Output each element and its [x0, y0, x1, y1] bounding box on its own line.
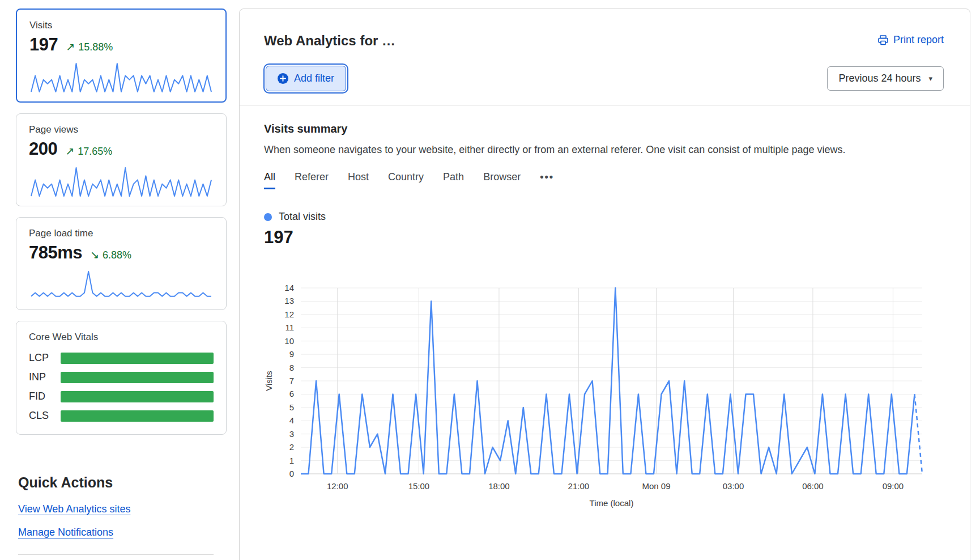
vitals-bar [61, 353, 214, 364]
sparkline-chart [29, 269, 214, 302]
svg-text:10: 10 [284, 336, 294, 346]
visits-summary-description: When someone navigates to your website, … [264, 144, 944, 156]
time-range-dropdown[interactable]: Previous 24 hours ▾ [827, 66, 944, 91]
vitals-metric-label: CLS [29, 410, 61, 422]
metric-delta-value: 17.65% [78, 146, 112, 158]
tab-browser[interactable]: Browser [483, 171, 521, 188]
svg-text:Mon 09: Mon 09 [642, 481, 670, 491]
tab-host[interactable]: Host [348, 171, 369, 188]
metrics-sidebar: Visits 197 ↗ 15.88% Page views 200 ↗ 17.… [16, 9, 227, 555]
chevron-down-icon: ▾ [928, 74, 932, 83]
svg-text:15:00: 15:00 [408, 481, 430, 491]
sparkline-chart [29, 165, 214, 198]
tab-all[interactable]: All [264, 171, 275, 189]
metric-label: Visits [29, 20, 213, 31]
svg-text:0: 0 [289, 469, 294, 478]
total-visits-value: 197 [264, 227, 944, 248]
visits-line-chart: 0123456789101112131412:0015:0018:0021:00… [264, 262, 924, 529]
svg-text:1: 1 [289, 456, 294, 465]
core-web-vitals-card[interactable]: Core Web Vitals LCP INP FID CLS [16, 321, 227, 435]
svg-text:8: 8 [289, 363, 294, 372]
svg-text:09:00: 09:00 [883, 481, 904, 491]
quick-actions-title: Quick Actions [18, 474, 227, 491]
tab-country[interactable]: Country [388, 171, 424, 188]
vitals-row-inp: INP [29, 371, 214, 383]
metric-delta-value: 6.88% [103, 249, 131, 261]
print-report-label: Print report [893, 34, 944, 46]
vitals-bar [61, 391, 214, 402]
manage-notifications-link[interactable]: Manage Notifications [18, 527, 113, 538]
svg-text:2: 2 [289, 442, 294, 452]
svg-text:11: 11 [285, 323, 294, 332]
vitals-bar [61, 410, 214, 422]
svg-text:5: 5 [289, 402, 294, 412]
svg-text:18:00: 18:00 [488, 481, 510, 491]
quick-actions-section: Quick Actions View Web Analytics sites M… [16, 474, 227, 555]
divider [240, 105, 970, 105]
tab-referer[interactable]: Referer [295, 171, 329, 188]
vitals-row-cls: CLS [29, 410, 214, 422]
svg-text:Visits: Visits [264, 371, 274, 391]
tab-path[interactable]: Path [443, 171, 464, 188]
trend-up-icon: ↗ [65, 145, 74, 158]
series-label: Total visits [279, 211, 326, 223]
vitals-metric-label: FID [29, 391, 61, 402]
metric-delta: ↘ 6.88% [90, 248, 131, 261]
summary-tabs: All Referer Host Country Path Browser ••… [264, 171, 944, 189]
sparkline-chart [29, 61, 213, 94]
metric-card-page-views[interactable]: Page views 200 ↗ 17.65% [16, 113, 227, 206]
visits-chart: 0123456789101112131412:0015:0018:0021:00… [264, 262, 944, 531]
svg-text:14: 14 [284, 283, 294, 292]
print-report-button[interactable]: Print report [877, 34, 944, 46]
svg-text:3: 3 [289, 429, 294, 439]
chart-legend: Total visits [264, 211, 944, 223]
vitals-row-lcp: LCP [29, 352, 214, 364]
trend-up-icon: ↗ [66, 40, 75, 53]
vitals-metric-label: LCP [29, 352, 61, 364]
tab-more-ellipsis-icon[interactable]: ••• [540, 171, 554, 188]
metric-card-visits[interactable]: Visits 197 ↗ 15.88% [16, 9, 227, 103]
svg-text:6: 6 [289, 389, 294, 398]
time-range-value: Previous 24 hours [838, 73, 921, 84]
metric-delta: ↗ 17.65% [65, 145, 112, 158]
card-title: Core Web Vitals [29, 332, 214, 343]
page-title: Web Analytics for … [264, 33, 395, 49]
svg-text:7: 7 [289, 376, 294, 385]
metric-value: 785ms [29, 243, 82, 263]
svg-text:06:00: 06:00 [802, 481, 824, 491]
trend-down-icon: ↘ [90, 248, 99, 261]
svg-text:4: 4 [289, 415, 294, 425]
vitals-bar [61, 372, 214, 383]
svg-text:13: 13 [284, 296, 294, 306]
analytics-panel: Web Analytics for … Print report Add fil… [239, 9, 970, 560]
svg-text:12:00: 12:00 [327, 481, 348, 491]
svg-text:Time (local): Time (local) [590, 498, 634, 508]
metric-label: Page views [29, 124, 214, 135]
metric-delta-value: 15.88% [78, 41, 113, 53]
metric-card-page-load-time[interactable]: Page load time 785ms ↘ 6.88% [16, 217, 227, 310]
svg-text:9: 9 [289, 349, 294, 359]
svg-text:03:00: 03:00 [723, 481, 744, 491]
vitals-metric-label: INP [29, 371, 61, 383]
printer-icon [877, 35, 889, 46]
svg-text:12: 12 [284, 309, 294, 319]
plus-circle-icon [278, 73, 288, 84]
svg-text:21:00: 21:00 [568, 481, 590, 491]
vitals-row-fid: FID [29, 391, 214, 402]
add-filter-label: Add filter [294, 73, 334, 84]
metric-delta: ↗ 15.88% [66, 40, 113, 53]
metric-value: 197 [29, 35, 58, 55]
divider [18, 554, 214, 555]
series-dot-icon [264, 213, 272, 221]
metric-value: 200 [29, 139, 57, 159]
visits-summary-title: Visits summary [264, 122, 944, 135]
metric-label: Page load time [29, 228, 214, 239]
view-web-analytics-sites-link[interactable]: View Web Analytics sites [18, 503, 130, 515]
add-filter-button[interactable]: Add filter [266, 66, 346, 91]
